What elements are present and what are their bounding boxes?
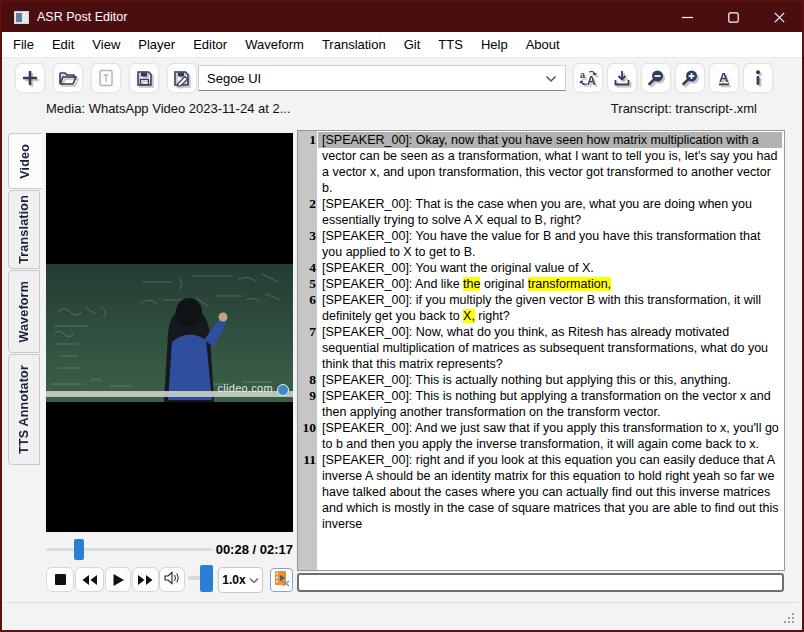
menu-translation[interactable]: Translation [313, 33, 395, 56]
fast-forward-button[interactable] [132, 567, 159, 592]
stop-icon [54, 573, 67, 586]
toolbar: Segoe UI aAA [2, 60, 802, 98]
text-segment: [SPEAKER_00]: You want the original valu… [322, 261, 594, 275]
font-selector-value: Segoe UI [207, 71, 261, 86]
text-segment: [SPEAKER_00]: You have the value for B a… [322, 229, 760, 259]
stop-button[interactable] [46, 567, 74, 592]
tab-tts-annotator[interactable]: TTS Annotator [8, 354, 40, 465]
svg-text:a: a [580, 70, 586, 80]
menu-help[interactable]: Help [472, 33, 517, 56]
play-icon [112, 573, 125, 587]
new-button[interactable] [15, 63, 45, 93]
transcript-entry[interactable]: 3[SPEAKER_00]: You have the value for B … [298, 228, 782, 260]
save-as-button[interactable] [167, 63, 197, 93]
app-window: ASR Post Editor FileEditViewPlayerEditor… [0, 0, 804, 632]
text-segment: [SPEAKER_00]: This is nothing but applyi… [322, 389, 771, 419]
tab-translation[interactable]: Translation [8, 190, 40, 269]
info-button[interactable] [743, 63, 773, 93]
font-style-button[interactable]: A [709, 63, 739, 93]
zoom-in-icon [681, 69, 699, 87]
info-icon [754, 69, 762, 87]
translate-button[interactable]: aA [573, 63, 603, 93]
menu-tts[interactable]: TTS [429, 33, 472, 56]
segment-edit-input[interactable] [297, 573, 784, 592]
menu-edit[interactable]: Edit [43, 33, 83, 56]
menu-file[interactable]: File [4, 33, 43, 56]
transcript-entry[interactable]: 2[SPEAKER_00]: That is the case when you… [298, 196, 782, 228]
menu-about[interactable]: About [517, 33, 569, 56]
translate-icon: aA [579, 69, 598, 87]
media-info-row: Media: WhatsApp Video 2023-11-24 at 2...… [2, 101, 802, 121]
transcript-entry[interactable]: 9[SPEAKER_00]: This is nothing but apply… [298, 388, 782, 420]
menu-waveform[interactable]: Waveform [236, 33, 313, 56]
menu-editor[interactable]: Editor [184, 33, 236, 56]
transcript-entry[interactable]: 10[SPEAKER_00]: And we just saw that if … [298, 420, 782, 452]
minimize-button[interactable] [664, 2, 710, 32]
panel-divider [5, 602, 799, 603]
tab-label: Waveform [17, 281, 31, 343]
menu-view[interactable]: View [83, 33, 129, 56]
close-button[interactable] [756, 2, 802, 32]
highlighted-word: transformation, [528, 277, 611, 291]
line-number: 10 [298, 420, 316, 436]
save-button[interactable] [129, 63, 159, 93]
highlighted-word: the [463, 277, 480, 291]
tab-video[interactable]: Video [8, 133, 42, 189]
entry-text: [SPEAKER_00]: And like the original tran… [322, 276, 782, 292]
transcript-list[interactable]: 1[SPEAKER_00]: Okay, now that you have s… [297, 130, 785, 571]
open-media-button[interactable] [53, 63, 83, 93]
tab-waveform[interactable]: Waveform [8, 270, 40, 353]
line-number: 2 [298, 196, 316, 212]
line-number: 3 [298, 228, 316, 244]
entry-text: [SPEAKER_00]: You have the value for B a… [322, 228, 782, 260]
volume-button[interactable] [159, 567, 185, 592]
text-segment: [SPEAKER_00]: And like [322, 277, 463, 291]
export-button[interactable] [607, 63, 637, 93]
menu-player[interactable]: Player [129, 33, 184, 56]
zoom-out-icon [647, 69, 665, 87]
maximize-button[interactable] [710, 2, 756, 32]
seek-slider[interactable] [46, 548, 213, 551]
menu-git[interactable]: Git [395, 33, 430, 56]
window-title: ASR Post Editor [37, 10, 127, 24]
transcript-entry[interactable]: 5[SPEAKER_00]: And like the original tra… [298, 276, 782, 292]
transcript-entry[interactable]: 1[SPEAKER_00]: Okay, now that you have s… [298, 132, 782, 196]
video-panel[interactable]: clideo.com [46, 133, 293, 532]
seek-handle[interactable] [74, 539, 84, 560]
entry-text: [SPEAKER_00]: right and if you look at t… [322, 452, 782, 532]
text-segment: original [480, 277, 527, 291]
clip-marker-button[interactable] [270, 568, 293, 592]
text-segment: right? [475, 309, 510, 323]
tab-label: Translation [17, 195, 31, 264]
watermark-text: clideo.com [217, 382, 273, 394]
play-button[interactable] [105, 567, 131, 592]
clip-film-icon [274, 570, 290, 591]
transcript-entry[interactable]: 4[SPEAKER_00]: You want the original val… [298, 260, 782, 276]
zoom-out-button[interactable] [641, 63, 671, 93]
font-selector[interactable]: Segoe UI [198, 65, 566, 91]
line-number: 8 [298, 372, 316, 388]
resize-grip[interactable] [782, 611, 794, 623]
transcript-entry[interactable]: 8[SPEAKER_00]: This is actually nothing … [298, 372, 782, 388]
svg-text:A: A [587, 74, 596, 87]
zoom-in-button[interactable] [675, 63, 705, 93]
transcript-entry[interactable]: 7[SPEAKER_00]: Now, what do you think, a… [298, 324, 782, 372]
entry-text: [SPEAKER_00]: This is actually nothing b… [322, 372, 782, 388]
entry-text: [SPEAKER_00]: if you multiply the given … [322, 292, 782, 324]
line-number: 4 [298, 260, 316, 276]
chevron-down-icon [249, 577, 259, 584]
text-segment: [SPEAKER_00]: Okay, now that you have se… [322, 133, 777, 195]
speed-selector[interactable]: 1.0x [218, 567, 263, 593]
volume-handle[interactable] [200, 565, 213, 592]
clideo-logo-icon [277, 384, 289, 396]
entry-text: [SPEAKER_00]: Okay, now that you have se… [322, 132, 782, 196]
line-number: 9 [298, 388, 316, 404]
transcript-entry[interactable]: 11[SPEAKER_00]: right and if you look at… [298, 452, 782, 532]
rewind-button[interactable] [75, 567, 104, 592]
download-icon [613, 69, 631, 87]
line-number: 7 [298, 324, 316, 340]
transcript-entry[interactable]: 6[SPEAKER_00]: if you multiply the given… [298, 292, 782, 324]
title-bar: ASR Post Editor [2, 2, 802, 32]
speed-value: 1.0x [222, 573, 245, 587]
tab-label: TTS Annotator [17, 365, 31, 454]
